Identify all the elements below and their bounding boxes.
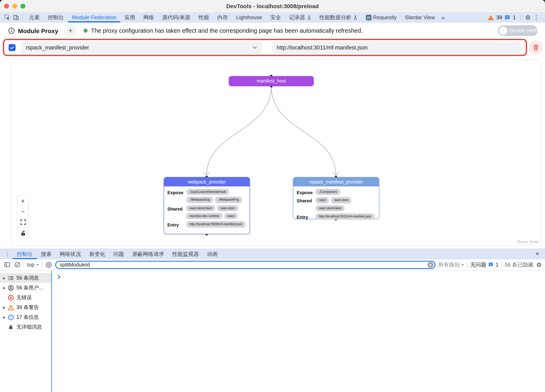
module-proxy-bar: Module Proxy + The proxy configuration h… bbox=[0, 23, 545, 39]
titlebar: DevTools - localhost:3008/preload bbox=[0, 0, 545, 13]
maximize-window-button[interactable] bbox=[20, 4, 25, 9]
drawer-tab-network-blocking[interactable]: 屏蔽网络请求 bbox=[128, 249, 168, 259]
sidebar-item-info[interactable]: ▶ 17 条信息 bbox=[0, 312, 51, 322]
disable-hmr-toggle[interactable]: Disable HMR bbox=[498, 25, 538, 36]
drawer-tab-animations[interactable]: 动画 bbox=[203, 249, 222, 259]
tab-performance-insights[interactable]: 性能数据分析 bbox=[315, 12, 361, 22]
delete-rule-button[interactable] bbox=[529, 41, 543, 54]
zoom-in-button[interactable]: + bbox=[18, 196, 28, 206]
tab-console[interactable]: 控制台 bbox=[44, 12, 68, 22]
node-rspack-manifest-provider[interactable]: rspack_manifest_provider Expose./Compone… bbox=[293, 177, 379, 219]
expose-label: Expose bbox=[297, 189, 316, 195]
inspect-element-icon[interactable] bbox=[2, 13, 12, 22]
proxy-rule-highlight-box: rspack_manifest_provider bbox=[3, 39, 527, 56]
provider-select[interactable]: rspack_manifest_provider bbox=[21, 41, 262, 54]
error-icon bbox=[7, 294, 14, 301]
tag-pill: react bbox=[224, 213, 238, 219]
tab-network[interactable]: 网络 bbox=[139, 12, 158, 22]
status-dot bbox=[84, 29, 88, 33]
message-count[interactable]: 1 bbox=[513, 14, 516, 20]
more-options-icon[interactable]: ⋮ bbox=[533, 14, 539, 20]
tab-lighthouse[interactable]: Lighthouse bbox=[232, 12, 266, 22]
warning-icon bbox=[7, 304, 14, 311]
shared-pills: react-dom/clientreact-domreact/jsx-dev-r… bbox=[186, 205, 246, 219]
more-tabs-icon[interactable]: » bbox=[439, 14, 447, 21]
module-graph-canvas[interactable]: manifest_host webpack_provider Expose./u… bbox=[11, 59, 541, 246]
collapse-arrow-icon[interactable]: ▶ bbox=[2, 306, 6, 309]
collapse-arrow-icon[interactable]: ▶ bbox=[2, 276, 6, 280]
device-toolbar-icon[interactable] bbox=[12, 13, 20, 22]
entry-label: Entry bbox=[297, 213, 316, 219]
tab-requestly[interactable]: ⇄Requestly bbox=[361, 12, 401, 22]
entry-pill: http://localhost:3011/mf-manifest.json bbox=[316, 213, 375, 220]
message-icon[interactable] bbox=[505, 14, 510, 20]
tag-pill: react-dom/client bbox=[186, 205, 215, 211]
lock-button[interactable] bbox=[18, 228, 28, 238]
rule-enabled-checkbox[interactable] bbox=[9, 44, 16, 51]
console-sidebar-toggle-icon[interactable] bbox=[3, 261, 11, 268]
tag-pill: react/jsx-dev-runtime bbox=[186, 213, 223, 219]
react-flow-attribution[interactable]: React Flow bbox=[517, 239, 539, 244]
hidden-messages-count[interactable]: 56 条已隐藏 bbox=[505, 261, 533, 268]
manifest-url-input[interactable] bbox=[272, 41, 520, 54]
tab-performance[interactable]: 性能 bbox=[194, 12, 213, 22]
clear-console-icon[interactable] bbox=[13, 261, 21, 268]
devtools-tabbar: 元素 控制台 Module Federation 应用 网络 源代码/来源 性能… bbox=[0, 13, 545, 23]
user-icon bbox=[7, 284, 14, 291]
clear-filter-icon[interactable] bbox=[428, 262, 434, 267]
toggle-label: Disable HMR bbox=[509, 28, 538, 34]
message-icon bbox=[488, 262, 493, 267]
zoom-out-button[interactable]: − bbox=[18, 206, 28, 217]
sidebar-item-messages[interactable]: ▶ 56 条消息 bbox=[0, 273, 51, 283]
eye-icon[interactable] bbox=[45, 261, 52, 268]
tag-pill: react bbox=[316, 197, 329, 204]
close-window-button[interactable] bbox=[4, 4, 9, 9]
log-levels-dropdown[interactable]: 所有级别▼ bbox=[438, 261, 464, 268]
drawer-tab-network-conditions[interactable]: 网络状况 bbox=[56, 249, 85, 259]
drawer-menu-icon[interactable]: ⋮ bbox=[2, 251, 13, 257]
context-selector[interactable]: top▼ bbox=[27, 262, 39, 268]
tab-sources[interactable]: 源代码/来源 bbox=[158, 12, 194, 22]
tab-application[interactable]: 应用 bbox=[120, 12, 139, 22]
tab-memory[interactable]: 内存 bbox=[213, 12, 232, 22]
tag-pill: ./Component bbox=[316, 189, 340, 195]
drawer-tab-issues[interactable]: 问题 bbox=[109, 249, 128, 259]
tab-slardar-view[interactable]: Slardar View bbox=[401, 12, 439, 22]
drawer-tab-performance-monitor[interactable]: 性能监视器 bbox=[168, 249, 203, 259]
collapse-arrow-icon[interactable]: ▶ bbox=[2, 315, 6, 319]
minimize-window-button[interactable] bbox=[12, 4, 17, 9]
add-proxy-rule-button[interactable]: + bbox=[64, 24, 77, 37]
tab-security[interactable]: 安全 bbox=[266, 12, 285, 22]
proxy-status-message: The proxy configuration has taken effect… bbox=[91, 27, 363, 34]
tab-recorder[interactable]: 记录器 bbox=[285, 12, 315, 22]
drawer-tab-search[interactable]: 搜索 bbox=[37, 249, 56, 259]
issues-count: 1 bbox=[495, 262, 498, 268]
issues-summary[interactable]: 无问题 1 bbox=[470, 261, 498, 268]
close-drawer-icon[interactable]: × bbox=[535, 251, 539, 257]
collapse-arrow-icon[interactable]: ▶ bbox=[2, 286, 6, 289]
warning-icon[interactable] bbox=[488, 14, 494, 20]
node-title: webpack_provider bbox=[164, 177, 250, 186]
sidebar-item-verbose[interactable]: 无详细消息 bbox=[0, 322, 51, 332]
sidebar-item-warnings[interactable]: ▶ 39 条警告 bbox=[0, 302, 51, 312]
drawer-tab-console[interactable]: 控制台 bbox=[13, 249, 37, 259]
settings-gear-icon[interactable]: ⚙ bbox=[525, 14, 531, 20]
shared-label: Shared bbox=[297, 197, 316, 203]
sidebar-item-user-messages[interactable]: ▶ 56 条用户... bbox=[0, 283, 51, 293]
warning-count[interactable]: 39 bbox=[496, 14, 502, 20]
console-settings-gear-icon[interactable]: ⚙ bbox=[536, 262, 542, 268]
tab-elements[interactable]: 元素 bbox=[25, 12, 44, 22]
fit-view-button[interactable] bbox=[18, 217, 28, 228]
console-filter-field bbox=[55, 261, 436, 269]
drawer-tabbar: ⋮ 控制台 搜索 网络状况 新变化 问题 屏蔽网络请求 性能监视器 动画 × bbox=[0, 249, 545, 259]
sidebar-resize-handle[interactable] bbox=[51, 271, 52, 392]
node-webpack-provider[interactable]: webpack_provider Expose./useCustomRemote… bbox=[164, 177, 250, 234]
tab-module-federation[interactable]: Module Federation bbox=[68, 12, 120, 22]
console-filter-input[interactable] bbox=[56, 261, 435, 268]
sidebar-item-errors[interactable]: 无错误 bbox=[0, 293, 51, 302]
node-manifest-host[interactable]: manifest_host bbox=[229, 76, 314, 86]
drawer-tab-changes[interactable]: 新变化 bbox=[85, 249, 109, 259]
tag-pill: react-dom bbox=[217, 205, 238, 211]
console-prompt-chevron-icon[interactable] bbox=[57, 273, 62, 278]
tag-pill: ./useCustomRemoteHook bbox=[186, 189, 229, 195]
